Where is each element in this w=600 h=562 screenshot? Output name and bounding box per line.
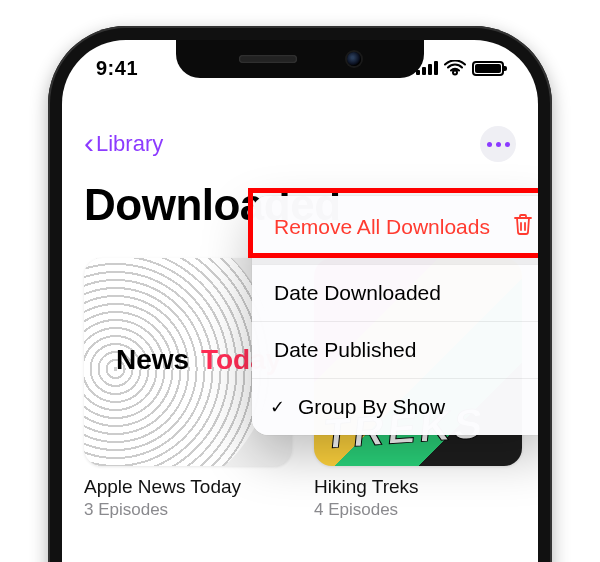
battery-icon	[472, 61, 504, 76]
show-title: Apple News Today	[84, 476, 292, 498]
checkmark-icon: ✓	[268, 396, 286, 418]
phone-screen: 9:41 ‹ Library	[62, 40, 538, 562]
menu-item-label: Date Downloaded	[274, 281, 441, 305]
back-button[interactable]: ‹ Library	[84, 130, 163, 158]
status-time: 9:41	[96, 57, 138, 80]
menu-sort-date-published[interactable]: Date Published	[252, 321, 538, 378]
status-indicators	[416, 60, 504, 76]
menu-group-by-show[interactable]: ✓ Group By Show	[252, 378, 538, 435]
wifi-icon	[444, 60, 466, 76]
speaker-grill	[239, 55, 297, 63]
show-subtitle: 3 Episodes	[84, 500, 292, 520]
phone-frame: 9:41 ‹ Library	[48, 26, 552, 562]
show-title: Hiking Treks	[314, 476, 522, 498]
notch	[176, 40, 424, 78]
context-menu: Remove All Downloads Date Downloaded Dat…	[252, 196, 538, 435]
menu-item-label: Date Published	[274, 338, 416, 362]
nav-bar: ‹ Library	[62, 126, 538, 162]
back-label: Library	[96, 131, 163, 157]
trash-icon	[512, 212, 534, 241]
menu-item-label: Remove All Downloads	[274, 215, 490, 239]
ellipsis-icon	[487, 142, 510, 147]
menu-divider	[252, 257, 538, 264]
menu-remove-all-downloads[interactable]: Remove All Downloads	[252, 196, 538, 257]
show-subtitle: 4 Episodes	[314, 500, 522, 520]
front-camera	[347, 52, 361, 66]
menu-sort-date-downloaded[interactable]: Date Downloaded	[252, 264, 538, 321]
more-options-button[interactable]	[480, 126, 516, 162]
menu-item-label: Group By Show	[298, 395, 445, 419]
chevron-left-icon: ‹	[84, 128, 94, 158]
